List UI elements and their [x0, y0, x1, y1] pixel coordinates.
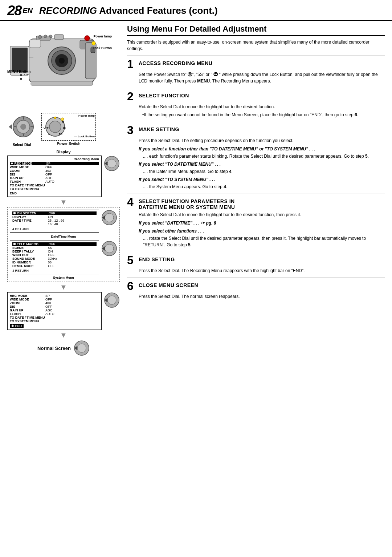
date-time-menu-box: ✱ ON SCREEN OFF DISPLAYON DATE / TIME25 … — [10, 210, 99, 233]
recording-menu-row-2: WIDE MODEOFF — [10, 165, 99, 169]
svg-rect-15 — [12, 48, 28, 72]
step-2-body: Rotate the Select Dial to move the highl… — [127, 104, 385, 118]
intro-text: This camcorder is equipped with an easy-… — [127, 39, 385, 52]
svg-point-52 — [107, 296, 116, 304]
step-6-body: Press the Select Dial. The normal screen… — [127, 293, 385, 300]
svg-point-19 — [20, 74, 22, 76]
step-6: 6 CLOSE MENU SCREEN Press the Select Dia… — [127, 278, 385, 303]
small-dial-4 — [104, 292, 120, 308]
final-menu-row: REC MODESP WIDE MODEOFF ZOOM40X DISOFF G… — [7, 292, 120, 330]
recording-menu-row-6: FLASHAUTO — [10, 180, 99, 183]
svg-text:5S: 5S — [63, 126, 66, 129]
final-menu-box: REC MODESP WIDE MODEOFF ZOOM40X DISOFF G… — [7, 292, 102, 330]
page-header: 28 EN RECORDING Advanced Features (cont.… — [0, 0, 392, 21]
svg-point-49 — [105, 244, 114, 253]
svg-point-41 — [61, 118, 64, 121]
svg-point-9 — [38, 35, 42, 39]
recording-menu-row-8: TO SYSTEM MENU — [10, 187, 99, 191]
header-title: RECORDING Advanced Features (cont.) — [39, 5, 218, 16]
small-dial-3 — [101, 241, 117, 257]
step-1-number: 1 — [127, 58, 136, 70]
camera-diagram: MENU Button Power lamp Lock Button — [7, 24, 113, 112]
recording-menu-end: END — [10, 191, 99, 195]
arrow-down-2: ▼ — [60, 283, 67, 291]
svg-text:PS: PS — [59, 133, 62, 136]
step-5-number: 5 — [127, 254, 136, 266]
sys-row-5: SOUND MODE32kHz — [12, 257, 97, 261]
recording-menu-row-7: TO DATE / TIME MENU — [10, 183, 99, 187]
lock-button-label: Lock Button — [93, 46, 112, 50]
final-end-highlighted: ✱ END — [10, 324, 24, 328]
sys-row-3: BEEP / TALLYON — [12, 250, 97, 253]
svg-point-33 — [49, 121, 61, 133]
svg-marker-24 — [9, 124, 12, 130]
step-3-title: MAKE SETTING — [139, 124, 179, 132]
left-column: MENU Button Power lamp Lock Button — [7, 24, 123, 356]
svg-point-11 — [49, 35, 52, 38]
system-menu-row: ✱ TELE MACRO OFF SCENE5S BEEP / TALLYON … — [10, 241, 117, 274]
select-dial-diagram: Select Dial — [7, 113, 36, 147]
recording-menu-row-4: DISOFF — [10, 173, 99, 176]
sys-row-1: ✱ TELE MACRO OFF — [12, 242, 97, 246]
small-dial-1 — [104, 156, 120, 171]
final-row-5: GAIN UPAGC — [10, 308, 99, 312]
power-lamp-box-label: — Power lamp — [75, 114, 95, 117]
sys-row-6: ID NUMBER06 — [12, 261, 97, 264]
step-6-number: 6 — [127, 280, 136, 292]
date-time-menu-label: Date/Time Menu — [10, 235, 117, 238]
svg-text:M: M — [62, 121, 64, 123]
recording-menu-row: Recording Menu ✱ REC MODE SP WIDE MODEOF… — [7, 156, 120, 197]
step-6-title: CLOSE MENU SCREEN — [139, 280, 198, 288]
svg-point-55 — [77, 344, 86, 352]
final-row-1: REC MODESP — [10, 294, 99, 298]
step-4-body: Rotate the Select Dial to move the highl… — [127, 211, 385, 248]
display-section: Display Recording Menu ✱ REC MODE SP WID… — [7, 150, 120, 356]
step-2-title: SELECT FUNCTION — [139, 90, 189, 98]
svg-text:OFF: OFF — [44, 126, 49, 129]
svg-text:✶: ✶ — [48, 133, 50, 136]
menu-button-label: MENU Button — [7, 70, 30, 74]
svg-point-20 — [20, 78, 22, 80]
svg-point-10 — [44, 35, 47, 38]
svg-rect-6 — [54, 35, 64, 40]
step-4: 4 SELECT FUNCTION PARAMETERS INDATE/TIME… — [127, 194, 385, 252]
step-5: 5 END SETTING Press the Select Dial. The… — [127, 252, 385, 278]
final-row-4: DISOFF — [10, 305, 99, 308]
step-1-title: ACCESS RECORDING MENU — [139, 58, 212, 66]
final-row-6: FLASHAUTO — [10, 312, 99, 316]
arrow-down-3: ▼ — [60, 331, 67, 339]
select-dial-label: Select Dial — [7, 143, 36, 147]
power-switch-label: Power Switch — [41, 142, 96, 146]
svg-point-12 — [85, 36, 90, 41]
power-lamp-label: Power lamp — [93, 35, 112, 38]
dt-row-3: DATE / TIME25 . 12 . 99 — [12, 219, 97, 222]
right-column: Using Menu For Detailed Adjustment This … — [123, 24, 385, 356]
normal-screen-section: Normal Screen — [37, 340, 90, 356]
final-row-2: WIDE MODEOFF — [10, 298, 99, 301]
sys-return: 4 RETURN — [12, 269, 97, 273]
dt-row-2: DISPLAYON — [12, 215, 97, 219]
display-label: Display — [7, 150, 120, 154]
arrow-down-1: ▼ — [60, 198, 67, 206]
svg-point-22 — [92, 41, 95, 45]
power-switch-dial-svg: A M 5S PS ✶ OFF — [42, 115, 68, 138]
small-dial-2 — [101, 210, 117, 226]
svg-rect-7 — [30, 40, 41, 48]
final-row-8: TO SYSTEM MENU — [10, 319, 99, 323]
power-switch-diagram: — Power lamp — Lock Button A M 5S PS ✶ — [41, 113, 96, 146]
final-row-3: ZOOM40X — [10, 301, 99, 305]
svg-rect-17 — [31, 82, 93, 85]
dt-row-4: 16 : 40 — [12, 222, 97, 226]
recording-menu-row-3: ZOOM40X — [10, 169, 99, 173]
section-title: Using Menu For Detailed Adjustment — [127, 24, 385, 36]
svg-point-27 — [20, 124, 26, 130]
svg-point-43 — [107, 159, 116, 168]
step-1-body: Set the Power Switch to" ⓪", "5S" or " ⓻… — [127, 71, 385, 84]
power-switch-box: — Power lamp — Lock Button A M 5S PS ✶ — [41, 113, 96, 141]
lock-btn-box-label: — Lock Button — [74, 135, 95, 138]
sub-menus-section: ✱ ON SCREEN OFF DISPLAYON DATE / TIME25 … — [7, 207, 120, 282]
sys-row-2: SCENE5S — [12, 246, 97, 250]
display-flow: Recording Menu ✱ REC MODE SP WIDE MODEOF… — [7, 156, 120, 356]
page-number: 28 — [7, 3, 21, 19]
svg-point-40 — [54, 117, 56, 119]
